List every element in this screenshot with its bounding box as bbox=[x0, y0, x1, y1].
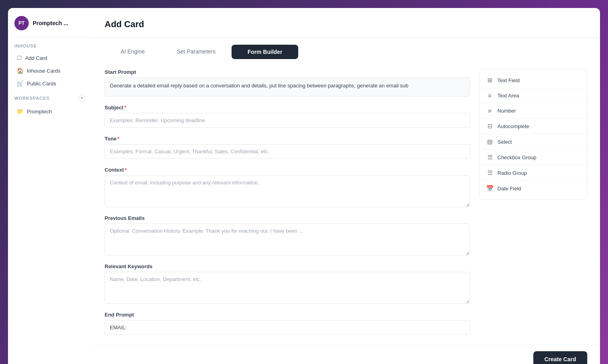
previous-emails-label: Previous Emails bbox=[105, 215, 470, 221]
radio-group-label: Radio Group bbox=[497, 170, 527, 176]
create-card-button[interactable]: Create Card bbox=[533, 351, 587, 364]
relevant-keywords-textarea[interactable] bbox=[105, 272, 470, 304]
main-content: Add Card AI Engine Set Parameters Form B… bbox=[92, 8, 600, 364]
date-field-label: Date Field bbox=[497, 186, 521, 192]
context-textarea[interactable] bbox=[105, 175, 470, 207]
brand-header: PT Promptech ... bbox=[8, 16, 92, 37]
field-type-date-field[interactable]: 📅 Date Field bbox=[480, 181, 587, 196]
tone-required: * bbox=[117, 136, 119, 142]
sidebar-item-add-card-label: Add Card bbox=[25, 55, 47, 61]
end-prompt-group: End Prompt bbox=[105, 312, 470, 335]
start-prompt-value: Generate a detailed email reply based on… bbox=[105, 77, 470, 97]
workspaces-label: WORKSPACES bbox=[14, 96, 50, 101]
inhouse-cards-icon: 🏠 bbox=[17, 67, 24, 74]
promptech-icon: 📁 bbox=[17, 108, 24, 115]
field-type-autocomplete[interactable]: ⊟ Autocomplete bbox=[480, 119, 587, 134]
brand-name: Promptech ... bbox=[33, 20, 68, 26]
context-group: Context* bbox=[105, 167, 470, 207]
public-cards-icon: 🛒 bbox=[17, 80, 24, 87]
end-prompt-input[interactable] bbox=[105, 320, 470, 335]
tone-label: Tone* bbox=[105, 136, 470, 142]
checkbox-group-icon: ☰ bbox=[486, 154, 493, 161]
context-required: * bbox=[125, 167, 127, 173]
context-label: Context* bbox=[105, 167, 470, 173]
previous-emails-textarea[interactable] bbox=[105, 224, 470, 255]
date-field-icon: 📅 bbox=[486, 185, 493, 192]
field-type-radio-group[interactable]: ☰ Radio Group bbox=[480, 165, 587, 181]
page-title: Add Card bbox=[105, 19, 587, 30]
text-field-icon: ⊞ bbox=[486, 77, 493, 84]
sidebar-item-inhouse-cards-label: Inhouse Cards bbox=[27, 68, 61, 74]
field-type-text-field[interactable]: ⊞ Text Field bbox=[480, 73, 587, 88]
select-label: Select bbox=[497, 139, 512, 145]
tone-group: Tone* bbox=[105, 136, 470, 159]
sidebar-item-public-cards-label: Public Cards bbox=[27, 81, 56, 87]
page-header: Add Card bbox=[92, 8, 600, 38]
tab-ai-engine[interactable]: AI Engine bbox=[105, 44, 161, 59]
form-footer: Create Card bbox=[92, 344, 600, 364]
add-workspace-button[interactable]: + bbox=[78, 95, 85, 102]
tone-input[interactable] bbox=[105, 144, 470, 159]
brand-avatar: PT bbox=[14, 16, 29, 30]
sidebar-item-public-cards[interactable]: 🛒 Public Cards bbox=[10, 77, 89, 90]
field-type-number[interactable]: # Number bbox=[480, 103, 587, 119]
field-type-checkbox-group[interactable]: ☰ Checkbox Group bbox=[480, 150, 587, 165]
autocomplete-icon: ⊟ bbox=[486, 123, 493, 130]
tab-set-parameters[interactable]: Set Parameters bbox=[161, 44, 232, 59]
sidebar: PT Promptech ... INHOUSE ☐ Add Card 🏠 In… bbox=[8, 8, 92, 364]
autocomplete-label: Autocomplete bbox=[497, 123, 529, 129]
subject-group: Subject* bbox=[105, 105, 470, 128]
start-prompt-group: Start Prompt Generate a detailed email r… bbox=[105, 69, 470, 97]
field-type-text-area[interactable]: ≡ Text Area bbox=[480, 88, 587, 103]
end-prompt-label: End Prompt bbox=[105, 312, 470, 318]
radio-group-icon: ☰ bbox=[486, 169, 493, 176]
number-icon: # bbox=[486, 107, 493, 114]
tabs-row: AI Engine Set Parameters Form Builder bbox=[92, 38, 600, 59]
inhouse-section-label: INHOUSE bbox=[8, 42, 92, 51]
add-card-icon: ☐ bbox=[17, 55, 22, 61]
select-icon: ▤ bbox=[486, 138, 493, 145]
workspaces-section: WORKSPACES + bbox=[8, 90, 92, 105]
number-label: Number bbox=[497, 108, 516, 114]
relevant-keywords-group: Relevant Keywords bbox=[105, 263, 470, 304]
sidebar-item-inhouse-cards[interactable]: 🏠 Inhouse Cards bbox=[10, 64, 89, 77]
field-type-select[interactable]: ▤ Select bbox=[480, 134, 587, 150]
sidebar-item-add-card[interactable]: ☐ Add Card bbox=[10, 51, 89, 64]
sidebar-item-promptech[interactable]: 📁 Promptech bbox=[10, 105, 89, 118]
form-main: Start Prompt Generate a detailed email r… bbox=[105, 69, 470, 335]
previous-emails-group: Previous Emails bbox=[105, 215, 470, 255]
subject-label: Subject* bbox=[105, 105, 470, 111]
subject-required: * bbox=[124, 105, 126, 111]
checkbox-group-label: Checkbox Group bbox=[497, 154, 537, 160]
text-area-icon: ≡ bbox=[486, 92, 493, 99]
subject-input[interactable] bbox=[105, 113, 470, 128]
tab-form-builder[interactable]: Form Builder bbox=[232, 45, 298, 59]
sidebar-item-promptech-label: Promptech bbox=[27, 109, 52, 115]
start-prompt-label: Start Prompt bbox=[105, 69, 470, 75]
relevant-keywords-label: Relevant Keywords bbox=[105, 263, 470, 269]
text-field-label: Text Field bbox=[497, 77, 520, 83]
text-area-label: Text Area bbox=[497, 93, 519, 99]
field-type-panel: ⊞ Text Field ≡ Text Area # Number ⊟ Auto… bbox=[479, 69, 587, 200]
form-area: Start Prompt Generate a detailed email r… bbox=[92, 59, 600, 344]
